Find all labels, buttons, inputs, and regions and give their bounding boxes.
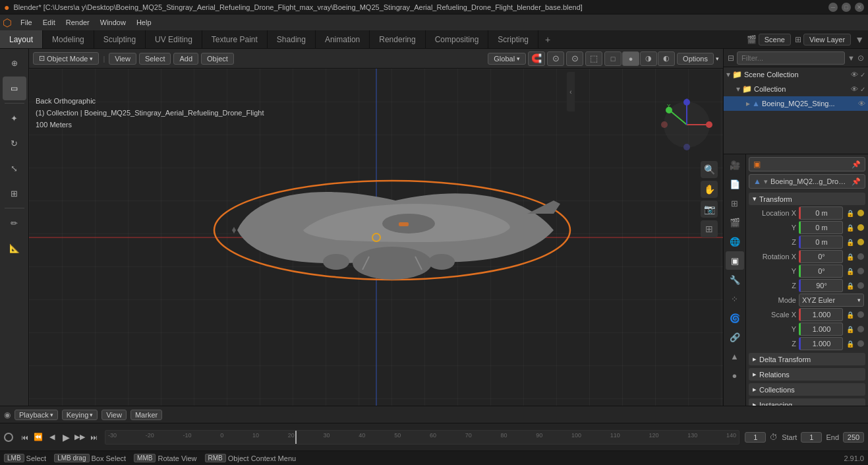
- prop-tab-material[interactable]: ●: [726, 366, 744, 385]
- rotation-z-dot[interactable]: [857, 282, 864, 289]
- viewlayer-selector[interactable]: View Layer: [803, 34, 851, 46]
- measure-tool[interactable]: 📐: [3, 236, 26, 260]
- tab-modeling[interactable]: Modeling: [43, 30, 94, 48]
- rotation-x-lock[interactable]: 🔒: [846, 252, 855, 261]
- relations-header[interactable]: ▸ Relations: [749, 368, 865, 381]
- scale-x-field[interactable]: 1.000: [799, 308, 843, 321]
- scale-tool[interactable]: ⤡: [3, 156, 26, 180]
- delta-transform-header[interactable]: ▸ Delta Transform: [749, 353, 865, 365]
- prop-tab-data[interactable]: ▲: [726, 347, 744, 365]
- scale-x-lock[interactable]: 🔒: [846, 310, 855, 319]
- tab-shading[interactable]: Shading: [268, 30, 316, 48]
- xray-btn[interactable]: ⬚: [585, 51, 602, 66]
- instancing-header[interactable]: ▸ Instancing: [749, 398, 865, 406]
- play-btn[interactable]: ▶: [60, 431, 72, 443]
- object-menu[interactable]: Object: [201, 53, 234, 65]
- start-frame-field[interactable]: 1: [801, 432, 822, 443]
- object-name-field[interactable]: ▣ Boeing_MQ25_Stingray_... 📌: [749, 157, 865, 171]
- prop-tab-view-layer[interactable]: ⊞: [726, 194, 744, 212]
- transform-header[interactable]: ▾ Transform: [749, 193, 865, 205]
- jump-end-btn[interactable]: ⏭: [88, 431, 100, 443]
- zoom-fit-btn[interactable]: 🔍: [701, 161, 718, 178]
- location-y-lock[interactable]: 🔒: [846, 223, 855, 232]
- next-keyframe-btn[interactable]: ▶▶: [74, 431, 86, 443]
- snap-btn[interactable]: 🧲: [528, 51, 545, 66]
- move-tool[interactable]: ✦: [3, 106, 26, 130]
- rotation-y-field[interactable]: 0°: [799, 264, 843, 278]
- playback-btn[interactable]: Playback ▾: [14, 410, 58, 420]
- annotate-tool[interactable]: ✏: [3, 211, 26, 235]
- pan-btn[interactable]: ✋: [701, 181, 718, 198]
- menu-render[interactable]: Render: [61, 17, 94, 28]
- rendered-btn[interactable]: ◐: [658, 51, 675, 66]
- tab-texture-paint[interactable]: Texture Paint: [202, 30, 268, 48]
- timeline-track[interactable]: -30-20-100102030405060708090100110120130…: [105, 430, 739, 445]
- outliner-row-boeing[interactable]: ▸ ▲ Boeing_MQ25_Sting... 👁: [724, 96, 868, 111]
- viewport[interactable]: ⊡ Object Mode ▾ | View Select Add Object…: [29, 49, 723, 406]
- transform-tool[interactable]: ⊞: [3, 181, 26, 205]
- rotation-mode-select[interactable]: XYZ Euler ▾: [799, 294, 864, 307]
- location-z-lock[interactable]: 🔒: [846, 237, 855, 247]
- camera-view-btn[interactable]: 📷: [701, 201, 718, 218]
- view-menu[interactable]: View: [109, 53, 136, 65]
- mesh-pin[interactable]: 📌: [852, 177, 861, 186]
- prop-tab-constraints[interactable]: 🔗: [726, 328, 744, 346]
- location-x-lock[interactable]: 🔒: [846, 208, 855, 218]
- outliner-row-collection[interactable]: ▾ 📁 Collection 👁 ✓: [724, 82, 868, 96]
- cursor-tool[interactable]: ⊕: [3, 51, 26, 75]
- rotation-x-field[interactable]: 0°: [799, 250, 843, 263]
- location-x-dot[interactable]: [857, 210, 864, 216]
- overlay-btn[interactable]: ⊙: [566, 51, 583, 66]
- material-btn[interactable]: ◑: [640, 51, 657, 66]
- mesh-name-field[interactable]: ▲ ▾ Boeing_MQ2...g_Drone_Flight 📌: [749, 174, 865, 189]
- drone-object[interactable]: [204, 164, 587, 297]
- prop-tab-scene[interactable]: 🎬: [726, 213, 744, 232]
- scene-collection-check[interactable]: ✓: [860, 71, 865, 78]
- scale-z-lock[interactable]: 🔒: [846, 339, 855, 348]
- prop-tab-world[interactable]: 🌐: [726, 232, 744, 251]
- rotation-y-dot[interactable]: [857, 268, 864, 274]
- outliner-row-scene-collection[interactable]: ▾ 📁 Scene Collection 👁 ✓: [724, 67, 868, 82]
- location-z-field[interactable]: 0 m: [799, 235, 843, 249]
- pin-icon[interactable]: 📌: [852, 160, 861, 169]
- tab-layout[interactable]: Layout: [0, 30, 43, 48]
- mesh-dropdown[interactable]: ▾: [764, 177, 768, 186]
- timeline-cursor[interactable]: [295, 431, 297, 444]
- location-y-field[interactable]: 0 m: [799, 221, 843, 234]
- mode-selector[interactable]: ⊡ Object Mode ▾: [33, 52, 99, 65]
- scale-y-dot[interactable]: [857, 326, 864, 332]
- right-panel-toggle[interactable]: ‹: [567, 72, 575, 111]
- rotation-x-dot[interactable]: [857, 253, 864, 260]
- collection-check[interactable]: ✓: [860, 86, 865, 93]
- tab-scripting[interactable]: Scripting: [488, 30, 538, 48]
- keying-btn[interactable]: Keying ▾: [62, 410, 98, 420]
- outliner-filter-icon[interactable]: ▼: [848, 54, 855, 62]
- rotation-z-field[interactable]: 90°: [799, 279, 843, 292]
- scale-y-lock[interactable]: 🔒: [846, 325, 855, 334]
- prop-tab-particles[interactable]: ⁘: [726, 290, 744, 308]
- menu-file[interactable]: File: [16, 17, 37, 28]
- scale-z-field[interactable]: 1.000: [799, 337, 843, 350]
- tab-animation[interactable]: Animation: [316, 30, 370, 48]
- select-menu[interactable]: Select: [139, 53, 171, 65]
- tab-sculpting[interactable]: Sculpting: [94, 30, 146, 48]
- global-selector[interactable]: Global ▾: [488, 53, 526, 65]
- collections-header[interactable]: ▸ Collections: [749, 383, 865, 396]
- scale-x-dot[interactable]: [857, 311, 864, 318]
- scale-z-dot[interactable]: [857, 340, 864, 347]
- marker-btn[interactable]: Marker: [130, 410, 162, 420]
- rotation-y-lock[interactable]: 🔒: [846, 266, 855, 276]
- scene-selector[interactable]: Scene: [759, 34, 791, 46]
- filter-icon[interactable]: ▼: [855, 34, 864, 45]
- end-frame-field[interactable]: 250: [843, 432, 864, 443]
- prop-tab-physics[interactable]: 🌀: [726, 309, 744, 327]
- view-btn[interactable]: View: [101, 410, 127, 420]
- proportional-btn[interactable]: ⊙: [547, 51, 564, 66]
- prop-tab-output[interactable]: 📄: [726, 175, 744, 193]
- add-menu[interactable]: Add: [173, 53, 198, 65]
- object-name-input[interactable]: Boeing_MQ25_Stingray_...: [763, 160, 849, 168]
- options-btn[interactable]: Options: [677, 53, 714, 65]
- location-y-dot[interactable]: [857, 224, 864, 231]
- menu-edit[interactable]: Edit: [38, 17, 60, 28]
- prev-frame-btn[interactable]: ⏪: [32, 431, 44, 443]
